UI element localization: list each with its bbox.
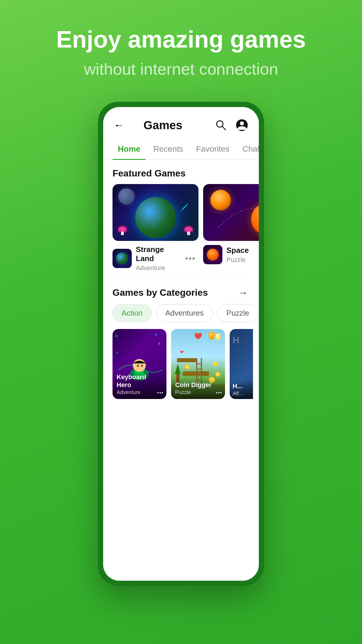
strange-land-art bbox=[113, 184, 198, 241]
search-button[interactable] bbox=[213, 118, 229, 133]
space-genre: Puzzle bbox=[226, 256, 259, 264]
mushroom-2 bbox=[184, 226, 193, 235]
svg-point-6 bbox=[158, 342, 160, 345]
featured-card-strange-land[interactable]: Strange Land Adventure ••• bbox=[113, 184, 198, 272]
cd-name: Coin Digger bbox=[175, 381, 221, 389]
svg-rect-18 bbox=[196, 363, 202, 364]
svg-rect-12 bbox=[141, 365, 143, 367]
svg-marker-23 bbox=[175, 364, 181, 374]
space-name: Space bbox=[226, 246, 259, 255]
svg-point-26 bbox=[185, 365, 189, 369]
tab-challenges[interactable]: Challenges bbox=[237, 139, 259, 160]
svg-rect-20 bbox=[196, 374, 202, 375]
tc-letter: H bbox=[233, 335, 239, 346]
svg-point-3 bbox=[240, 121, 244, 125]
svg-rect-14 bbox=[183, 371, 209, 376]
chip-adventures[interactable]: Adventures bbox=[156, 304, 213, 322]
tab-favorites[interactable]: Favorites bbox=[191, 139, 235, 160]
strange-land-text: Strange Land Adventure bbox=[132, 245, 182, 272]
tab-recents[interactable]: Recents bbox=[148, 139, 189, 160]
space-art: spa bbox=[203, 184, 259, 241]
header-icons bbox=[213, 118, 249, 133]
phone-mockup: ← Games bbox=[98, 102, 264, 586]
featured-img-strange-land bbox=[113, 184, 198, 241]
hero-section: Enjoy amazing games without internet con… bbox=[0, 26, 362, 78]
dotted-path bbox=[203, 184, 259, 241]
separator-1 bbox=[113, 279, 249, 279]
kh-genre: Adventure bbox=[117, 389, 162, 396]
svg-line-1 bbox=[222, 126, 226, 130]
user-button[interactable] bbox=[234, 118, 249, 133]
game-cards-row: Keyboard Hero Adventure ••• ❤️ bbox=[103, 329, 259, 399]
categories-title: Games by Categories bbox=[113, 287, 237, 298]
scroll-content: Featured Games bbox=[103, 160, 259, 581]
featured-img-space: spa bbox=[203, 184, 259, 241]
featured-section-title: Featured Games bbox=[103, 160, 259, 184]
tc-overlay: H... Aff... bbox=[230, 380, 253, 399]
svg-text:❤: ❤ bbox=[180, 350, 184, 355]
mushroom-1 bbox=[118, 226, 126, 235]
shooting-star-1 bbox=[180, 203, 188, 212]
space-info: Space Puzzle ••• bbox=[203, 245, 259, 264]
planet-earth bbox=[135, 197, 176, 238]
strange-land-info: Strange Land Adventure ••• bbox=[113, 245, 198, 272]
svg-point-25 bbox=[215, 372, 220, 377]
strange-land-thumb bbox=[113, 249, 132, 268]
game-card-keyboard-hero[interactable]: Keyboard Hero Adventure ••• bbox=[113, 329, 166, 399]
cd-more-button[interactable]: ••• bbox=[216, 390, 222, 396]
featured-games-list: Strange Land Adventure ••• spa bbox=[103, 184, 259, 272]
strange-land-genre: Adventure bbox=[136, 264, 178, 272]
game-card-third-partial[interactable]: H H... Aff... bbox=[230, 329, 253, 399]
app-header: ← Games bbox=[103, 107, 259, 139]
svg-rect-5 bbox=[154, 333, 158, 336]
svg-point-7 bbox=[116, 351, 118, 353]
phone-screen: ← Games bbox=[103, 107, 259, 581]
svg-rect-4 bbox=[115, 335, 118, 337]
tabs-bar: Home Recents Favorites Challenges bbox=[103, 139, 259, 160]
svg-text:⭐: ⭐ bbox=[212, 360, 219, 367]
chip-puzzle[interactable]: Puzzle bbox=[217, 304, 258, 322]
user-icon bbox=[236, 119, 248, 132]
app-title: Games bbox=[113, 119, 213, 132]
strange-land-more-button[interactable]: ••• bbox=[182, 251, 198, 266]
space-text: Space Puzzle bbox=[222, 246, 259, 264]
strange-land-name: Strange Land bbox=[136, 245, 178, 263]
tc-genre: Aff... bbox=[233, 391, 250, 397]
cd-genre: Puzzle bbox=[175, 389, 221, 396]
search-icon bbox=[215, 119, 227, 132]
categories-arrow-button[interactable]: → bbox=[237, 286, 249, 299]
svg-rect-15 bbox=[177, 358, 197, 362]
chip-action[interactable]: Action bbox=[113, 304, 152, 322]
hero-title: Enjoy amazing games bbox=[23, 26, 339, 52]
tc-name: H... bbox=[233, 382, 250, 390]
tab-home[interactable]: Home bbox=[113, 139, 146, 160]
categories-header: Games by Categories → bbox=[103, 286, 259, 304]
category-chips: Action Adventures Puzzle Strategy bbox=[103, 304, 259, 329]
featured-card-space[interactable]: spa bbox=[203, 184, 259, 272]
hero-subtitle: without internet connection bbox=[23, 60, 339, 78]
svg-rect-19 bbox=[196, 369, 202, 370]
kh-name: Keyboard Hero bbox=[117, 373, 162, 389]
space-thumb bbox=[203, 245, 222, 264]
svg-rect-11 bbox=[137, 365, 139, 367]
planet-small bbox=[118, 188, 134, 204]
game-card-coin-digger[interactable]: ❤️ bbox=[171, 329, 225, 399]
kh-more-button[interactable]: ••• bbox=[157, 390, 164, 396]
